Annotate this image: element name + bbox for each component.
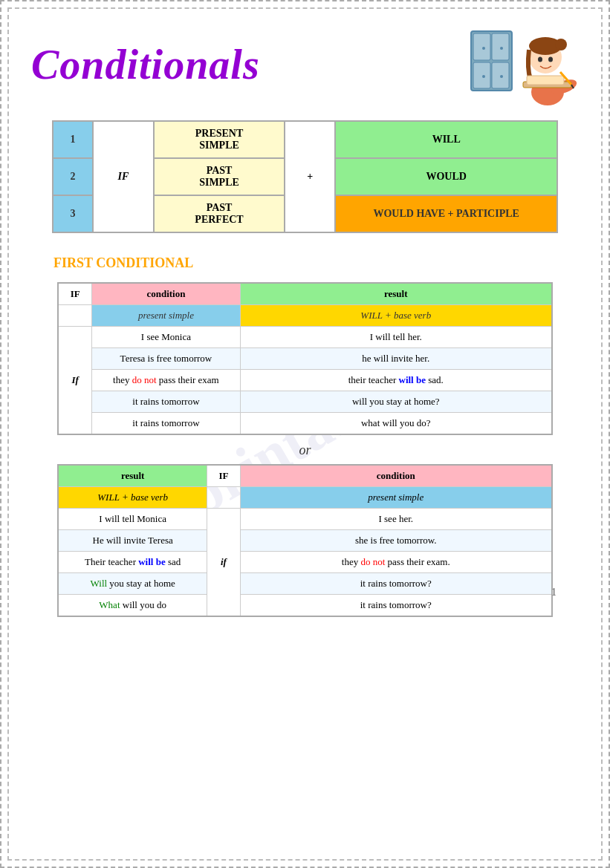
col-header-if2: IF xyxy=(207,465,240,487)
plus-symbol: + xyxy=(285,121,335,232)
highlight-do-not: do not xyxy=(132,374,157,385)
condition-cell: she is free tomorrow. xyxy=(240,530,551,552)
col-header-result: result xyxy=(240,283,551,305)
row-num-1: 1 xyxy=(53,121,93,158)
header: Conditionals xyxy=(24,16,586,105)
grammar-reference-table: 1 IF PRESENTSIMPLE + WILL 2 PASTSIMPLE W… xyxy=(52,120,558,233)
table-row: they do not pass their exam their teache… xyxy=(58,370,551,391)
table-row: If I see Monica I will tell her. xyxy=(58,327,551,348)
svg-rect-3 xyxy=(473,62,490,88)
result-cell: he will invite her. xyxy=(240,348,551,370)
result-cell: What will you do xyxy=(58,595,207,617)
will-highlight: Will xyxy=(91,578,108,589)
col-header-condition2: condition xyxy=(240,465,551,487)
if-span-cell2: if xyxy=(207,509,240,617)
table-row: I will tell Monica if I see her. xyxy=(58,509,551,530)
svg-point-14 xyxy=(538,57,542,62)
table-row: it rains tomorrow what will you do? xyxy=(58,413,551,435)
result-cell: will you stay at home? xyxy=(240,391,551,413)
result-cell: Their teacher will be sad xyxy=(58,552,207,573)
first-conditional-table2-wrap: result IF condition WILL + base verb pre… xyxy=(57,464,552,617)
result-would: WOULD xyxy=(335,158,557,195)
first-conditional-table2: result IF condition WILL + base verb pre… xyxy=(57,464,552,617)
what-highlight: What xyxy=(99,599,120,610)
result-cell: their teacher will be sad. xyxy=(240,370,551,391)
first-conditional-table1: IF condition result present simple WILL … xyxy=(57,282,552,435)
result-would-have-participle: WOULD HAVE + PARTICIPLE xyxy=(335,195,557,232)
result-cell: I will tell her. xyxy=(240,327,551,348)
svg-rect-1 xyxy=(473,33,490,60)
svg-point-6 xyxy=(500,47,503,50)
subheader-empty2 xyxy=(207,487,240,509)
cartoon-illustration xyxy=(467,24,579,105)
table-row: it rains tomorrow will you stay at home? xyxy=(58,391,551,413)
first-conditional-title: FIRST CONDITIONAL xyxy=(53,255,586,271)
if-span-cell: If xyxy=(58,327,91,435)
result-cell: Will you stay at home xyxy=(58,573,207,595)
page-number: 1 xyxy=(551,587,557,598)
or-label: or xyxy=(24,443,586,458)
highlight-do-not2: do not xyxy=(360,556,385,567)
tense-past-simple: PASTSIMPLE xyxy=(154,158,285,195)
svg-rect-17 xyxy=(527,76,564,85)
highlight-will-be2: will be xyxy=(138,556,165,567)
subheader-present-simple: present simple xyxy=(91,305,240,327)
svg-point-8 xyxy=(500,75,503,78)
table-row: What will you do it rains tomorrow? xyxy=(58,595,551,617)
subheader-will-base: WILL + base verb xyxy=(240,305,551,327)
condition-cell: it rains tomorrow? xyxy=(240,595,551,617)
condition-cell: Teresa is free tomorrow xyxy=(91,348,240,370)
col-header-condition: condition xyxy=(91,283,240,305)
tense-present-simple: PRESENTSIMPLE xyxy=(154,121,285,158)
page-title: Conditionals xyxy=(31,41,260,88)
condition-cell: they do not pass their exam xyxy=(91,370,240,391)
result-cell: I will tell Monica xyxy=(58,509,207,530)
highlight-will-be: will be xyxy=(399,374,426,385)
svg-point-5 xyxy=(482,47,485,50)
row-num-2: 2 xyxy=(53,158,93,195)
table-row: Will you stay at home it rains tomorrow? xyxy=(58,573,551,595)
condition-cell: it rains tomorrow xyxy=(91,413,240,435)
tense-past-perfect: PASTPERFECT xyxy=(154,195,285,232)
subheader-present2: present simple xyxy=(240,487,551,509)
table-row: He will invite Teresa she is free tomorr… xyxy=(58,530,551,552)
result-cell: what will you do? xyxy=(240,413,551,435)
condition-cell: it rains tomorrow xyxy=(91,391,240,413)
condition-cell: they do not pass their exam. xyxy=(240,552,551,573)
svg-point-15 xyxy=(548,57,553,62)
subheader-empty xyxy=(58,305,91,327)
row-num-3: 3 xyxy=(53,195,93,232)
subheader-will2: WILL + base verb xyxy=(58,487,207,509)
svg-point-13 xyxy=(555,39,567,50)
svg-rect-4 xyxy=(492,62,509,88)
first-conditional-table1-wrap: IF condition result present simple WILL … xyxy=(57,282,552,435)
table-row: Their teacher will be sad they do not pa… xyxy=(58,552,551,573)
condition-cell: I see her. xyxy=(240,509,551,530)
if-label: IF xyxy=(93,121,154,232)
col-header-result2: result xyxy=(58,465,207,487)
condition-cell: it rains tomorrow? xyxy=(240,573,551,595)
condition-cell: I see Monica xyxy=(91,327,240,348)
result-cell: He will invite Teresa xyxy=(58,530,207,552)
first-conditional-section: FIRST CONDITIONAL IF condition result pr… xyxy=(24,255,586,617)
result-will: WILL xyxy=(335,121,557,158)
table-row: Teresa is free tomorrow he will invite h… xyxy=(58,348,551,370)
svg-point-7 xyxy=(482,75,485,78)
col-header-if: IF xyxy=(58,283,91,305)
svg-rect-2 xyxy=(492,33,509,60)
